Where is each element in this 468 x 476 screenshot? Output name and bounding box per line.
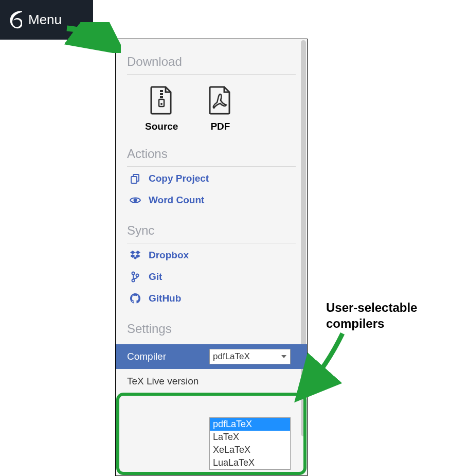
- download-pdf-button[interactable]: PDF: [209, 86, 231, 132]
- sync-github-button[interactable]: GitHub: [129, 293, 296, 304]
- settings-compiler-row: Compiler: [116, 344, 307, 369]
- zip-file-icon: [150, 86, 173, 115]
- copy-project-label: Copy Project: [149, 173, 209, 184]
- compiler-label: Compiler: [127, 351, 209, 362]
- svg-rect-0: [160, 90, 163, 92]
- github-icon: [129, 293, 141, 304]
- compiler-option-xelatex[interactable]: XeLaTeX: [210, 444, 290, 456]
- arrow-annotation-icon: [291, 329, 353, 407]
- menu-panel: Download Source: [115, 39, 308, 476]
- overleaf-logo-icon: [8, 10, 22, 30]
- sync-git-button[interactable]: Git: [129, 271, 296, 283]
- section-heading-actions: Actions: [127, 137, 296, 167]
- svg-rect-6: [131, 177, 137, 183]
- copy-icon: [129, 173, 141, 184]
- eye-icon: [129, 196, 141, 204]
- download-source-label: Source: [145, 121, 178, 132]
- dropbox-icon: [129, 251, 141, 260]
- compiler-dropdown-list: pdfLaTeX LaTeX XeLaTeX LuaLaTeX: [209, 417, 291, 470]
- sync-git-label: Git: [149, 271, 162, 283]
- compiler-option-pdflatex[interactable]: pdfLaTeX: [210, 418, 290, 431]
- sync-github-label: GitHub: [149, 293, 181, 304]
- section-heading-sync: Sync: [127, 214, 296, 243]
- svg-rect-2: [160, 96, 163, 98]
- copy-project-button[interactable]: Copy Project: [129, 173, 296, 184]
- pdf-file-icon: [209, 86, 231, 115]
- svg-rect-1: [160, 93, 163, 95]
- svg-point-7: [134, 199, 137, 202]
- menu-label: Menu: [28, 12, 62, 28]
- svg-point-4: [160, 103, 163, 105]
- word-count-button[interactable]: Word Count: [129, 195, 296, 206]
- word-count-label: Word Count: [149, 195, 204, 206]
- sync-dropbox-button[interactable]: Dropbox: [129, 250, 296, 261]
- annotation-text: User-selectable compilers: [326, 299, 417, 331]
- section-heading-settings: Settings: [127, 312, 296, 341]
- sync-dropbox-label: Dropbox: [149, 250, 189, 261]
- texlive-label: TeX Live version: [127, 376, 209, 387]
- arrow-annotation-icon: [64, 22, 121, 53]
- svg-point-8: [132, 272, 135, 275]
- compiler-select[interactable]: [209, 349, 291, 364]
- compiler-option-lualatex[interactable]: LuaLaTeX: [210, 456, 290, 469]
- section-heading-download: Download: [127, 45, 296, 75]
- svg-point-9: [132, 279, 135, 282]
- download-pdf-label: PDF: [210, 121, 230, 132]
- compiler-option-latex[interactable]: LaTeX: [210, 431, 290, 444]
- svg-point-10: [136, 274, 139, 277]
- settings-texlive-row: TeX Live version: [116, 369, 307, 394]
- git-branch-icon: [129, 271, 141, 283]
- download-source-button[interactable]: Source: [145, 86, 178, 132]
